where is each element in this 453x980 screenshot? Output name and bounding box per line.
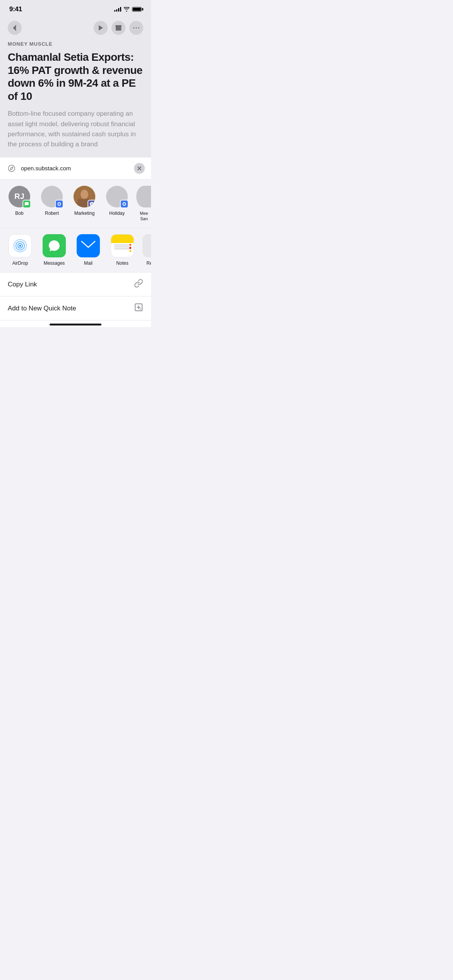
contact-name-partial: MeeSan: [140, 211, 148, 222]
contact-name-robert: Robert: [45, 211, 59, 217]
status-bar: 9:41: [0, 0, 151, 16]
messages-icon: [43, 234, 66, 257]
contact-avatar-holiday: [106, 186, 128, 207]
contact-holiday[interactable]: Holiday: [104, 186, 130, 222]
contact-badge-holiday: [120, 200, 129, 208]
contact-marketing[interactable]: Marketing: [71, 186, 98, 222]
back-button[interactable]: [8, 21, 22, 35]
notes-label: Notes: [116, 260, 128, 266]
contact-badge-robert: [55, 200, 63, 208]
partial-app-icon: [142, 234, 151, 257]
contact-avatar-partial: [136, 186, 151, 207]
contact-badge-marketing: [88, 200, 95, 207]
app-messages[interactable]: Messages: [40, 234, 68, 266]
svg-point-1: [133, 27, 134, 28]
apps-row: AirDrop Messages Mail: [0, 228, 151, 272]
link-icon: [134, 279, 143, 290]
quick-note-action[interactable]: Add to New Quick Note: [0, 296, 151, 320]
wifi-icon: [124, 7, 130, 12]
contact-name-bob: Bob: [15, 211, 23, 217]
contact-bob[interactable]: RJ Bob: [6, 186, 33, 222]
compass-icon: [6, 163, 17, 174]
partial-app-label: Re: [146, 260, 151, 266]
contacts-row: RJ Bob Robert: [0, 180, 151, 228]
contact-robert[interactable]: Robert: [39, 186, 65, 222]
svg-point-6: [58, 203, 60, 205]
article-title: Chamanlal Setia Exports: 16% PAT growth …: [8, 51, 143, 103]
share-sheet: open.substack.com RJ Bob: [0, 158, 151, 327]
svg-point-15: [19, 245, 21, 247]
url-close-button[interactable]: [134, 163, 145, 174]
status-time: 9:41: [9, 5, 22, 13]
svg-point-11: [124, 203, 125, 205]
contact-avatar-bob: RJ: [9, 186, 30, 207]
airdrop-label: AirDrop: [12, 260, 28, 266]
app-airdrop[interactable]: AirDrop: [6, 234, 34, 266]
svg-point-8: [81, 190, 88, 199]
messages-label: Messages: [44, 260, 65, 266]
article-area: MONEY MUSCLE Chamanlal Setia Exports: 16…: [0, 16, 151, 158]
contact-partial[interactable]: MeeSan: [136, 186, 151, 222]
notes-icon: [111, 234, 134, 257]
archive-button[interactable]: [112, 21, 125, 35]
mail-icon: [77, 234, 100, 257]
nav-right-buttons: [94, 21, 143, 35]
article-subtitle: Bottom-line focused company operating an…: [8, 109, 143, 149]
contact-avatar-marketing: [74, 186, 95, 207]
play-button[interactable]: [94, 21, 108, 35]
contact-avatar-robert: [41, 186, 63, 207]
nav-bar: [8, 21, 143, 35]
more-button[interactable]: [129, 21, 143, 35]
battery-icon: [132, 7, 142, 12]
signal-icon: [114, 7, 121, 12]
status-icons: [114, 7, 142, 12]
svg-point-3: [138, 27, 139, 28]
quicknote-icon: [134, 303, 143, 314]
copy-link-label: Copy Link: [8, 281, 37, 288]
quick-note-label: Add to New Quick Note: [8, 305, 76, 312]
app-notes[interactable]: Notes: [108, 234, 136, 266]
contact-name-marketing: Marketing: [74, 211, 95, 217]
home-bar: [50, 324, 101, 326]
airdrop-icon: [9, 234, 32, 257]
contact-name-holiday: Holiday: [109, 211, 125, 217]
url-bar: open.substack.com: [0, 158, 151, 180]
mail-label: Mail: [84, 260, 93, 266]
contact-badge-bob: [22, 200, 31, 208]
svg-point-2: [136, 27, 137, 28]
copy-link-action[interactable]: Copy Link: [0, 272, 151, 296]
app-mail[interactable]: Mail: [74, 234, 102, 266]
svg-rect-0: [116, 26, 121, 27]
home-indicator: [0, 320, 151, 327]
actions-section: Copy Link Add to New Quick Note: [0, 272, 151, 320]
app-partial[interactable]: Re: [142, 234, 151, 266]
svg-point-4: [9, 165, 15, 171]
article-category: MONEY MUSCLE: [8, 41, 143, 47]
url-text: open.substack.com: [21, 165, 130, 171]
